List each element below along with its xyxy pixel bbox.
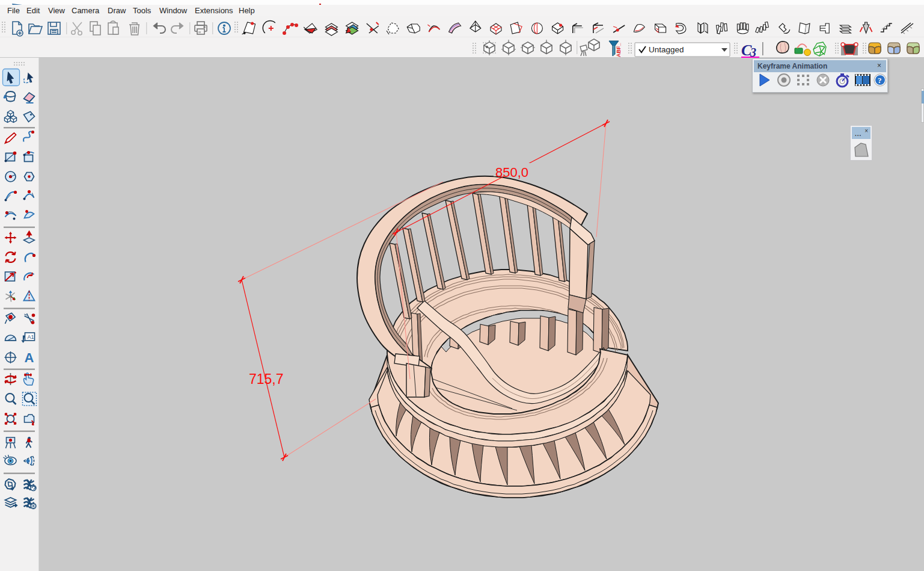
svg-text:3: 3 [750,46,756,58]
svg-text:Untagged: Untagged [649,45,684,54]
svg-text:ABF_: ABF_ [616,43,622,57]
svg-text:850,0: 850,0 [495,165,528,180]
svg-text:A1: A1 [28,334,34,340]
svg-text:A: A [25,350,34,365]
svg-text:715,7: 715,7 [249,371,284,387]
svg-text:?: ? [878,76,882,85]
svg-text:C: C [9,353,12,356]
